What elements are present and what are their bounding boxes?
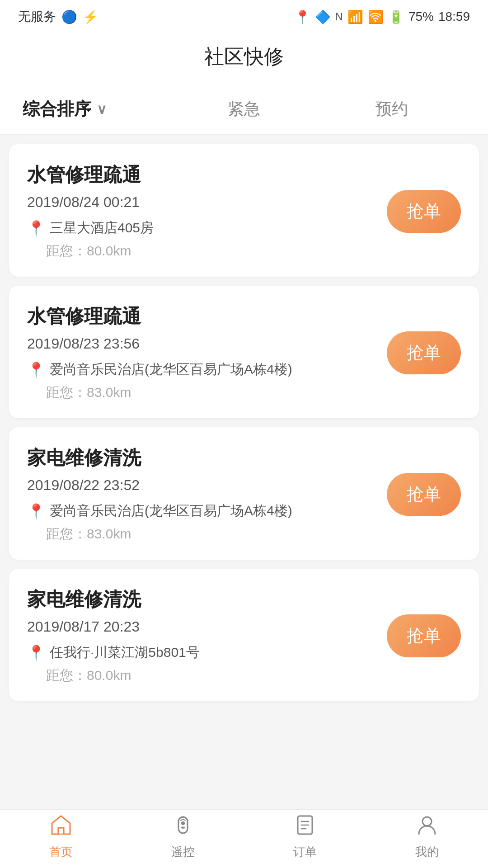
pin-icon-1: 📍 bbox=[27, 220, 45, 237]
nav-label-mine: 我的 bbox=[415, 844, 439, 860]
battery-icon: 🔋 bbox=[388, 9, 404, 24]
card-location-2: 📍 爱尚音乐民治店(龙华区百易广场A栋4楼) bbox=[27, 360, 373, 379]
card-title-1: 水管修理疏通 bbox=[27, 162, 373, 188]
filter-bar: 综合排序 ∨ 紧急 预约 bbox=[0, 84, 488, 135]
card-time-1: 2019/08/24 00:21 bbox=[27, 194, 373, 211]
battery-percentage: 75% bbox=[408, 9, 434, 24]
grab-button-1[interactable]: 抢单 bbox=[387, 190, 461, 233]
card-title-2: 水管修理疏通 bbox=[27, 304, 373, 329]
remote-icon bbox=[171, 813, 195, 840]
nav-label-orders: 订单 bbox=[293, 844, 317, 860]
pin-icon-4: 📍 bbox=[27, 644, 45, 661]
filter-tab-appointment[interactable]: 预约 bbox=[318, 98, 465, 120]
card-distance-1: 距您：80.0km bbox=[27, 242, 373, 260]
service-card-1: 水管修理疏通 2019/08/24 00:21 📍 三星大酒店405房 距您：8… bbox=[9, 144, 479, 277]
card-distance-2: 距您：83.0km bbox=[27, 383, 373, 402]
card-distance-3: 距您：83.0km bbox=[27, 525, 373, 543]
card-info-4: 家电维修清洗 2019/08/17 20:23 📍 任我行·川菜江湖5b801号… bbox=[27, 587, 373, 685]
card-time-4: 2019/08/17 20:23 bbox=[27, 618, 373, 635]
notification-icon: 🔵 bbox=[61, 9, 77, 24]
app-title: 社区快修 bbox=[0, 30, 488, 84]
card-location-3: 📍 爱尚音乐民治店(龙华区百易广场A栋4楼) bbox=[27, 502, 373, 520]
pin-icon-2: 📍 bbox=[27, 361, 45, 378]
pin-icon-3: 📍 bbox=[27, 503, 45, 520]
bluetooth-icon: 🔷 bbox=[315, 9, 331, 24]
card-time-2: 2019/08/23 23:56 bbox=[27, 335, 373, 352]
card-title-3: 家电维修清洗 bbox=[27, 445, 373, 471]
status-bar: 无服务 🔵 ⚡ 📍 🔷 N 📶 🛜 🔋 75% 18:59 bbox=[0, 0, 488, 30]
nav-item-mine[interactable]: 我的 bbox=[366, 813, 488, 860]
bottom-nav: 首页 遥控 订单 bbox=[0, 809, 488, 868]
service-card-2: 水管修理疏通 2019/08/23 23:56 📍 爱尚音乐民治店(龙华区百易广… bbox=[9, 286, 479, 418]
card-info-3: 家电维修清洗 2019/08/22 23:52 📍 爱尚音乐民治店(龙华区百易广… bbox=[27, 445, 373, 543]
profile-icon bbox=[415, 813, 439, 840]
card-location-4: 📍 任我行·川菜江湖5b801号 bbox=[27, 643, 373, 662]
nav-item-orders[interactable]: 订单 bbox=[244, 813, 366, 860]
nfc-icon: N bbox=[335, 10, 343, 23]
card-info-2: 水管修理疏通 2019/08/23 23:56 📍 爱尚音乐民治店(龙华区百易广… bbox=[27, 304, 373, 402]
home-icon bbox=[49, 813, 73, 840]
filter-active-label: 综合排序 bbox=[23, 98, 91, 121]
service-card-3: 家电维修清洗 2019/08/22 23:52 📍 爱尚音乐民治店(龙华区百易广… bbox=[9, 427, 479, 560]
nav-label-home: 首页 bbox=[49, 844, 73, 860]
card-title-4: 家电维修清洗 bbox=[27, 587, 373, 612]
nav-item-home[interactable]: 首页 bbox=[0, 813, 122, 860]
status-left: 无服务 🔵 ⚡ bbox=[18, 8, 99, 25]
usb-icon: ⚡ bbox=[83, 9, 99, 24]
no-service-label: 无服务 bbox=[18, 8, 56, 25]
grab-button-4[interactable]: 抢单 bbox=[387, 614, 461, 657]
cards-container: 水管修理疏通 2019/08/24 00:21 📍 三星大酒店405房 距您：8… bbox=[0, 144, 488, 701]
orders-icon bbox=[293, 813, 317, 840]
chevron-down-icon: ∨ bbox=[97, 101, 107, 117]
grab-button-3[interactable]: 抢单 bbox=[387, 473, 461, 516]
wifi-icon: 🛜 bbox=[368, 9, 384, 24]
signal-icon: 📶 bbox=[347, 9, 363, 24]
nav-label-remote: 遥控 bbox=[171, 844, 195, 860]
card-time-3: 2019/08/22 23:52 bbox=[27, 477, 373, 494]
status-right: 📍 🔷 N 📶 🛜 🔋 75% 18:59 bbox=[295, 9, 470, 24]
nav-item-remote[interactable]: 遥控 bbox=[122, 813, 244, 860]
filter-active-btn[interactable]: 综合排序 ∨ bbox=[23, 98, 170, 121]
location-status-icon: 📍 bbox=[295, 9, 310, 24]
svg-point-9 bbox=[422, 817, 432, 826]
card-location-1: 📍 三星大酒店405房 bbox=[27, 219, 373, 237]
card-info-1: 水管修理疏通 2019/08/24 00:21 📍 三星大酒店405房 距您：8… bbox=[27, 162, 373, 260]
card-distance-4: 距您：80.0km bbox=[27, 666, 373, 685]
grab-button-2[interactable]: 抢单 bbox=[387, 331, 461, 374]
filter-tab-urgent[interactable]: 紧急 bbox=[170, 98, 318, 120]
svg-rect-0 bbox=[58, 828, 64, 834]
time-display: 18:59 bbox=[438, 9, 470, 24]
service-card-4: 家电维修清洗 2019/08/17 20:23 📍 任我行·川菜江湖5b801号… bbox=[9, 569, 479, 701]
svg-point-2 bbox=[181, 821, 185, 825]
